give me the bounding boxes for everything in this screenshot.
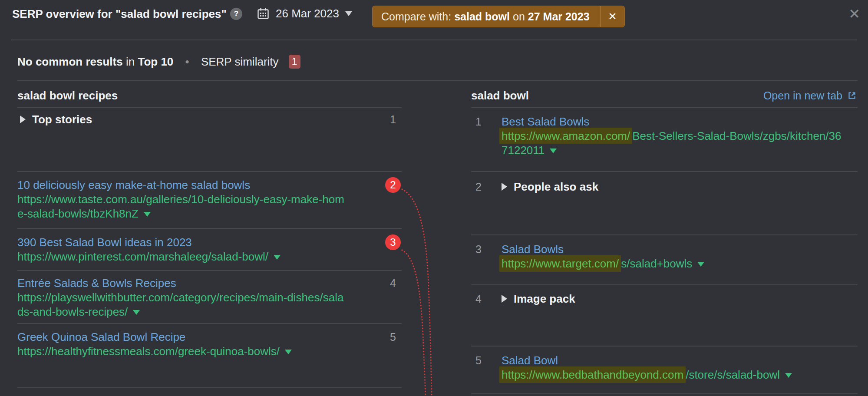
result-url: e-salad-bowls/tbzKh8nZ (17, 207, 345, 221)
result-content: Image pack (471, 285, 858, 306)
url-dropdown-caret-icon[interactable] (285, 350, 292, 354)
open-in-new-tab-link[interactable]: Open in new tab (763, 86, 857, 105)
right-column-header: salad bowl Open in new tab (471, 86, 858, 107)
position-number: 1 (475, 115, 493, 129)
result-url: https://healthyfitnessmeals.com/greek-qu… (17, 344, 345, 359)
left-column-header: salad bowl recipes (17, 86, 402, 107)
left-result-row-4: 4Entrée Salads & Bowls Recipeshttps://pl… (17, 270, 402, 323)
open-in-new-tab-label: Open in new tab (763, 89, 842, 102)
position-change-badge: 2 (385, 177, 401, 193)
result-content: Salad Bowlshttps://www.target.com/s/sala… (471, 235, 858, 271)
serp-feature-label[interactable]: Top stories (32, 113, 92, 126)
url-dropdown-caret-icon[interactable] (274, 255, 281, 260)
result-content: Greek Quinoa Salad Bowl Recipehttps://he… (17, 324, 402, 359)
result-content: 390 Best Salad Bowl ideas in 2023https:/… (17, 229, 402, 264)
result-title-link[interactable]: Salad Bowl (502, 354, 558, 367)
position-number: 5 (475, 353, 493, 368)
right-result-row-3: 3Salad Bowlshttps://www.target.com/s/sal… (471, 234, 858, 284)
expand-caret-icon[interactable] (20, 116, 26, 123)
result-url: 7122011 (502, 143, 858, 158)
result-content: Salad Bowlhttps://www.bedbathandbeyond.c… (471, 346, 858, 382)
right-keyword: salad bowl (471, 89, 529, 102)
position-number: 4 (475, 292, 493, 306)
result-content: 10 deliciously easy make-at-home salad b… (17, 172, 402, 221)
result-url: https://www.bedbathandbeyond.com/store/s… (502, 368, 858, 382)
result-title-link[interactable]: 10 deliciously easy make-at-home salad b… (17, 178, 250, 191)
url-dropdown-caret-icon[interactable] (697, 262, 704, 267)
result-title-link[interactable]: Greek Quinoa Salad Bowl Recipe (17, 330, 185, 343)
right-result-row-1: 1Best Salad Bowlshttps://www.amazon.com/… (471, 107, 858, 171)
url-match-highlight: https://www.amazon.com/ (499, 128, 632, 144)
result-content: Top stories (17, 108, 402, 127)
result-url: https://www.pinterest.com/marshaleeg/sal… (17, 250, 345, 264)
url-match-highlight: https://www.target.com/ (499, 255, 621, 272)
url-dropdown-caret-icon[interactable] (133, 310, 140, 315)
result-title-link[interactable]: Entrée Salads & Bowls Recipes (17, 277, 176, 290)
serp-feature-label[interactable]: Image pack (514, 292, 575, 305)
url-dropdown-caret-icon[interactable] (785, 373, 792, 378)
result-url: https://www.taste.com.au/galleries/10-de… (17, 192, 345, 207)
left-serp-column: salad bowl recipes 1Top stories210 delic… (17, 0, 402, 396)
result-content: Entrée Salads & Bowls Recipeshttps://pla… (17, 271, 402, 319)
external-link-icon (847, 91, 857, 100)
expand-caret-icon[interactable] (502, 183, 507, 191)
position-number: 5 (384, 330, 402, 344)
result-url: https://playswellwithbutter.com/category… (17, 290, 345, 305)
left-keyword: salad bowl recipes (17, 89, 118, 102)
left-result-row-1: 1Top stories (17, 107, 402, 171)
position-number: 4 (384, 276, 402, 290)
expand-caret-icon[interactable] (502, 295, 507, 303)
result-url: https://www.amazon.com/Best-Sellers-Sala… (502, 129, 858, 143)
result-url: https://www.target.com/s/salad+bowls (502, 257, 858, 271)
position-change-badge: 3 (385, 234, 401, 250)
url-match-highlight: https://www.bedbathandbeyond.com (499, 366, 686, 383)
right-result-row-5: 5Salad Bowlhttps://www.bedbathandbeyond.… (471, 346, 858, 394)
right-result-row-2: 2People also ask (471, 171, 858, 234)
serp-feature-label[interactable]: People also ask (514, 180, 598, 193)
result-title-link[interactable]: Salad Bowls (502, 243, 564, 256)
left-result-row-3: 3390 Best Salad Bowl ideas in 2023https:… (17, 228, 402, 270)
position-number: 1 (384, 112, 402, 127)
serp-overview-modal: SERP overview for "salad bowl recipes" ?… (0, 0, 868, 396)
left-result-row-5: 5Greek Quinoa Salad Bowl Recipehttps://h… (17, 323, 402, 388)
result-title-link[interactable]: Best Salad Bowls (502, 115, 589, 128)
right-result-row-4: 4Image pack (471, 284, 858, 346)
position-number: 2 (475, 180, 493, 194)
result-content: People also ask (471, 172, 858, 194)
left-result-row-2: 210 deliciously easy make-at-home salad … (17, 171, 402, 228)
url-dropdown-caret-icon[interactable] (550, 148, 557, 153)
result-content: Best Salad Bowlshttps://www.amazon.com/B… (471, 108, 858, 158)
result-title-link[interactable]: 390 Best Salad Bowl ideas in 2023 (17, 236, 192, 249)
right-serp-column: salad bowl Open in new tab 1Best Salad B… (471, 0, 858, 396)
position-number: 3 (475, 242, 493, 257)
url-dropdown-caret-icon[interactable] (144, 212, 151, 217)
result-url: ds-and-bowls-recipes/ (17, 305, 345, 319)
